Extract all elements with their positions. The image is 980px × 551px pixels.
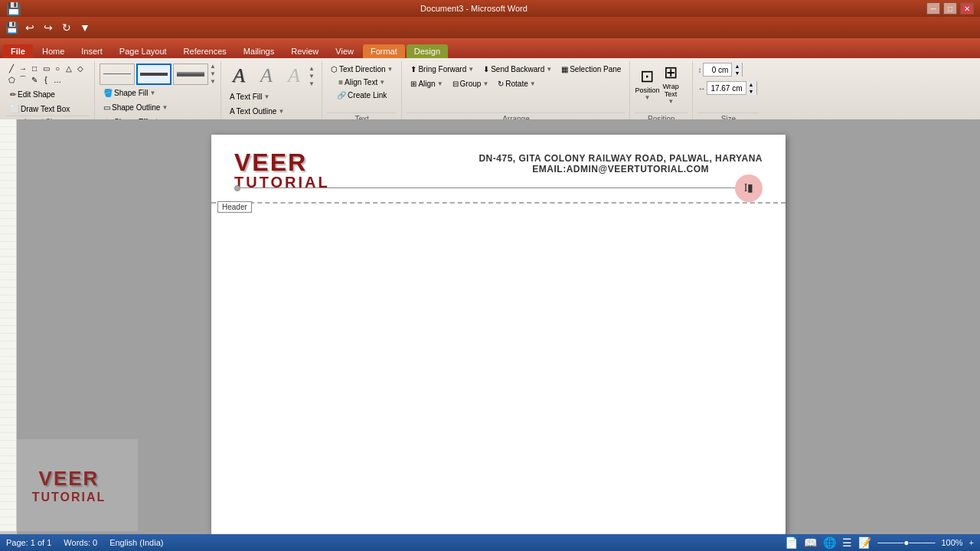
fill-icon: 🪣 bbox=[103, 89, 113, 97]
pentagon-shape[interactable]: ⬠ bbox=[6, 74, 17, 85]
width-spinbox[interactable]: 17.67 cm ▲ ▼ bbox=[707, 81, 756, 95]
line-handle-left[interactable] bbox=[234, 185, 240, 191]
document-body[interactable] bbox=[211, 204, 786, 494]
edit-shape-button[interactable]: ✏ Edit Shape bbox=[6, 88, 59, 101]
wordart-more[interactable]: ▼ bbox=[309, 80, 315, 87]
ribbon-tabs: File Home Insert Page Layout References … bbox=[0, 38, 980, 58]
language: English (India) bbox=[109, 538, 163, 547]
text-fill-dropdown[interactable]: ▼ bbox=[264, 93, 270, 100]
rotate-button[interactable]: ↻ Rotate ▼ bbox=[494, 77, 539, 90]
wordart-scroll-down[interactable]: ▼ bbox=[309, 73, 315, 80]
text-outline-button[interactable]: A Text Outline ▼ bbox=[226, 105, 317, 118]
create-link-button[interactable]: 🔗 Create Link bbox=[333, 89, 390, 102]
diamond-shape[interactable]: ◇ bbox=[75, 63, 86, 73]
zoom-in[interactable]: + bbox=[969, 538, 974, 547]
tab-pagelayout[interactable]: Page Layout bbox=[112, 44, 175, 58]
rect-shape[interactable]: □ bbox=[29, 63, 40, 73]
height-value: 0 cm bbox=[704, 66, 731, 74]
wrap-text-icon: ⊞ bbox=[664, 63, 678, 83]
send-backward-button[interactable]: ⬇ Send Backward ▼ bbox=[479, 63, 556, 76]
wordart-scroll-up[interactable]: ▲ bbox=[309, 65, 315, 72]
view-draft-icon[interactable]: 📝 bbox=[858, 536, 871, 549]
rotate-icon: ↻ bbox=[498, 80, 504, 88]
header-divider-line[interactable]: I▮ bbox=[234, 187, 763, 188]
style-swatch-thin[interactable] bbox=[100, 64, 135, 85]
more-shapes[interactable]: … bbox=[52, 74, 63, 85]
customize-button[interactable]: ▼ bbox=[77, 19, 93, 36]
position-button[interactable]: ⊡ Position ▼ bbox=[635, 67, 659, 101]
fill-dropdown[interactable]: ▼ bbox=[149, 90, 155, 96]
wrap-text-button[interactable]: ⊞ Wrap Text ▼ bbox=[662, 63, 678, 105]
text-fill-button[interactable]: A Text Fill ▼ bbox=[226, 90, 317, 103]
tab-design[interactable]: Design bbox=[407, 44, 448, 58]
ribbon-group-position: ⊡ Position ▼ ⊞ Wrap Text ▼ Position bbox=[632, 61, 693, 125]
quick-access-toolbar: 💾 ↩ ↪ ↻ ▼ bbox=[0, 17, 980, 38]
text-direction-button[interactable]: ⬡ Text Direction ▼ bbox=[327, 63, 397, 76]
styles-more[interactable]: ▼ bbox=[210, 78, 216, 85]
outline-dropdown[interactable]: ▼ bbox=[162, 104, 168, 111]
status-bar: Page: 1 of 1 Words: 0 English (India) 📄 … bbox=[0, 534, 980, 551]
height-up[interactable]: ▲ bbox=[731, 63, 742, 70]
group-button[interactable]: ⊟ Group ▼ bbox=[449, 77, 493, 90]
maximize-button[interactable]: □ bbox=[943, 2, 957, 15]
selection-pane-button[interactable]: ▦ Selection Pane bbox=[557, 63, 625, 76]
height-down[interactable]: ▼ bbox=[731, 70, 742, 77]
bring-forward-icon: ⬆ bbox=[410, 65, 416, 73]
tab-review[interactable]: Review bbox=[283, 44, 326, 58]
align-text-button[interactable]: ≡ Align Text ▼ bbox=[335, 76, 389, 89]
window-controls[interactable]: ─ □ ✕ bbox=[926, 2, 974, 15]
tab-insert[interactable]: Insert bbox=[74, 44, 110, 58]
draw-text-box-button[interactable]: ⬜ Draw Text Box bbox=[6, 103, 74, 116]
width-down[interactable]: ▼ bbox=[746, 88, 756, 95]
ribbon-group-shape-styles: ▲ ▼ ▼ 🪣 Shape Fill ▼ ▭ Shape Outline ▼ ✨… bbox=[96, 61, 221, 125]
curve-shape[interactable]: ⌒ bbox=[18, 74, 28, 85]
tab-view[interactable]: View bbox=[328, 44, 361, 58]
tab-home[interactable]: Home bbox=[34, 44, 72, 58]
outline-icon: ▭ bbox=[103, 103, 110, 112]
undo-button[interactable]: ↩ bbox=[21, 19, 38, 36]
tab-file[interactable]: File bbox=[3, 44, 33, 58]
brace-shape[interactable]: { bbox=[41, 74, 51, 85]
shapes-palette: ╱ → □ ▭ ○ △ ◇ ⬠ ⌒ ✎ { … bbox=[6, 63, 89, 85]
width-up[interactable]: ▲ bbox=[746, 81, 756, 88]
style-swatch-thick[interactable] bbox=[173, 64, 208, 85]
tab-format[interactable]: Format bbox=[363, 44, 405, 58]
align-button[interactable]: ⊞ Align ▼ bbox=[407, 77, 446, 90]
triangle-shape[interactable]: △ bbox=[64, 63, 74, 73]
tab-mailings[interactable]: Mailings bbox=[236, 44, 282, 58]
wordart-style-2[interactable]: A bbox=[253, 63, 279, 89]
view-reading-icon[interactable]: 📖 bbox=[804, 536, 817, 549]
ribbon-group-size: ↕ 0 cm ▲ ▼ ↔ 17.67 cm ▲ ▼ bbox=[694, 61, 763, 125]
arrow-shape[interactable]: → bbox=[18, 63, 28, 73]
close-button[interactable]: ✕ bbox=[960, 2, 974, 15]
tab-references[interactable]: References bbox=[176, 44, 234, 58]
wordart-style-3[interactable]: A bbox=[281, 63, 307, 89]
save-button[interactable]: 💾 bbox=[3, 19, 20, 36]
header-address: DN-475, GITA COLONY RAILWAY ROAD, PALWAL… bbox=[479, 153, 763, 174]
wordart-style-1[interactable]: A bbox=[226, 63, 252, 89]
ribbon-group-insert-shapes: ╱ → □ ▭ ○ △ ◇ ⬠ ⌒ ✎ { … ✏ Edit Shape bbox=[3, 61, 95, 125]
oval-shape[interactable]: ○ bbox=[52, 63, 63, 73]
shape-outline-button[interactable]: ▭ Shape Outline ▼ bbox=[100, 101, 216, 114]
redo-button[interactable]: ↪ bbox=[40, 19, 57, 36]
height-spinbox[interactable]: 0 cm ▲ ▼ bbox=[703, 63, 743, 77]
view-web-icon[interactable]: 🌐 bbox=[823, 536, 836, 549]
freeform-shape[interactable]: ✎ bbox=[29, 74, 40, 85]
view-normal-icon[interactable]: 📄 bbox=[785, 536, 798, 549]
style-swatch-medium[interactable] bbox=[136, 64, 172, 85]
round-rect-shape[interactable]: ▭ bbox=[41, 63, 51, 73]
styles-scroll-down[interactable]: ▼ bbox=[210, 70, 216, 77]
text-outline-dropdown[interactable]: ▼ bbox=[278, 108, 284, 115]
view-outline-icon[interactable]: ☰ bbox=[842, 536, 852, 549]
repeat-button[interactable]: ↻ bbox=[58, 19, 75, 36]
ribbon-group-wordart: A A A ▲ ▼ ▼ A Text Fill ▼ A Text Outline… bbox=[223, 61, 322, 125]
header-area[interactable]: VEER TUTORIAL DN-475, GITA COLONY RAILWA… bbox=[211, 135, 786, 204]
line-shape[interactable]: ╱ bbox=[6, 63, 17, 73]
bring-forward-button[interactable]: ⬆ Bring Forward ▼ bbox=[407, 63, 478, 76]
zoom-slider[interactable]: ────●──── bbox=[877, 537, 935, 548]
minimize-button[interactable]: ─ bbox=[926, 2, 940, 15]
shape-fill-button[interactable]: 🪣 Shape Fill ▼ bbox=[100, 86, 216, 99]
group-icon: ⊟ bbox=[452, 80, 459, 88]
styles-scroll-up[interactable]: ▲ bbox=[210, 63, 216, 70]
word-count: Words: 0 bbox=[64, 538, 97, 547]
